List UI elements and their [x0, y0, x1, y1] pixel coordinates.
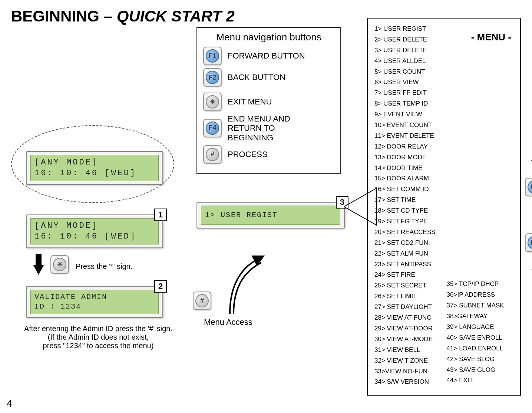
main-layout: [ANY MODE] 16: 10: 46 [WED] 1 [ANY MODE]… — [11, 40, 521, 396]
f2-scroll-icon: F2 — [528, 180, 532, 194]
menu-item: 27> SET DAYLIGHT — [374, 302, 436, 313]
menu-item: 18> SET CD TYPE — [374, 206, 436, 216]
menu-item: 24> SET FIRE — [374, 270, 436, 280]
press-star-instruction: Press the '*' sign. — [76, 262, 132, 271]
menu-item: 16> SET COMM ID — [374, 184, 436, 195]
star-key-button[interactable]: ✳ — [50, 255, 69, 274]
lcd-step2-screen: 2 VALIDATE ADMIN ID : 1234 — [26, 286, 163, 318]
menu-item: 40> SAVE ENROLL — [447, 333, 504, 343]
menu-item: 13> DOOR MODE — [374, 152, 436, 163]
menu-title: - MENU - — [471, 29, 511, 45]
menu-item: 3> USER DELETE — [374, 45, 436, 56]
f1-icon: F1 — [206, 49, 219, 63]
instruction-hash-1: After entering the Admin ID press the '#… — [22, 324, 174, 333]
f1-scroll-icon: F1 — [528, 236, 532, 249]
menu-item: 1> USER REGIST — [374, 24, 436, 34]
left-column: [ANY MODE] 16: 10: 46 [WED] 1 [ANY MODE]… — [11, 40, 185, 396]
lcd-idle-line2: 16: 10: 46 [WED] — [34, 168, 155, 179]
menu-item: 14> DOOR TIME — [374, 163, 436, 174]
menu-item: 12> DOOR RELAY — [374, 141, 436, 152]
menu-item: 44> EXIT — [447, 375, 504, 386]
title-part1: BEGINNING – — [11, 7, 117, 25]
lcd-idle-line1: [ANY MODE] — [34, 157, 155, 168]
lcd-step2-line1: VALIDATE ADMIN — [34, 292, 155, 302]
curved-arrow-icon — [215, 243, 289, 317]
menu-col1: 1> USER REGIST2> USER DELETE3> USER DELE… — [374, 24, 436, 387]
lcd-step1-screen: 1 [ANY MODE] 16: 10: 46 [WED] — [26, 214, 163, 248]
menu-item: 26> SET LIMIT — [374, 291, 436, 302]
f4-key-button[interactable]: F4 — [203, 119, 222, 137]
menu-item: 41> LOAD ENROLL — [447, 343, 504, 354]
menu-item: 34> S/W VERSION — [374, 377, 436, 387]
lcd-idle-screen: [ANY MODE] 16: 10: 46 [WED] — [26, 151, 163, 185]
instruction-hash-2: (If the Admin ID does not exist, — [22, 333, 174, 342]
menu-item: 36>IP ADDRESS — [447, 290, 504, 300]
menu-item: 33>VIEW NO-FUN — [374, 366, 436, 377]
menu-item: 17> SET TIME — [374, 195, 436, 206]
menu-item: 5> USER COUNT — [374, 67, 436, 77]
nav-box-title: Menu navigation buttons — [203, 31, 334, 43]
end-label: END MENU AND RETURN TO BEGINNING — [228, 114, 313, 142]
hash-icon: # — [195, 294, 209, 307]
hash-key-button[interactable]: # — [193, 292, 211, 310]
menu-item: 9> EVENT VIEW — [374, 109, 436, 120]
forward-label: FORWARD BUTTON — [228, 51, 305, 60]
menu-item: 10> EVENT COUNT — [374, 120, 436, 131]
menu-col2: 35> TCP/IP DHCP36>IP ADDRESS37> SUBNET M… — [447, 279, 504, 386]
menu-item: 37> SUBNET MASK — [447, 300, 504, 311]
f2-scroll-button[interactable]: F2 — [525, 178, 532, 196]
exit-label: EXIT MENU — [228, 97, 272, 106]
f2-icon: F2 — [206, 71, 219, 84]
menu-item: 32> VIEW T-ZONE — [374, 356, 436, 366]
menu-item: 19> SET FG TYPE — [374, 216, 436, 227]
menu-item: 39> LANGUAGE — [447, 322, 504, 333]
star-icon-nav: ✳ — [206, 95, 219, 109]
menu-access-label: Menu Access — [204, 317, 252, 327]
lcd-step3-line1: 1> USER REGIST — [205, 210, 336, 220]
page-number: 4 — [7, 398, 12, 409]
menu-item: 15> DOOR ALARM — [374, 173, 436, 184]
star-key-button-nav[interactable]: ✳ — [203, 93, 222, 111]
menu-item: 22> SET ALM FUN — [374, 249, 436, 259]
nav-buttons-box: Menu navigation buttons F1 FORWARD BUTTO… — [196, 27, 341, 174]
title-part2: QUICK START 2 — [117, 7, 235, 25]
f1-scroll-button[interactable]: F1 — [525, 233, 532, 252]
menu-list-box: - MENU - 1> USER REGIST2> USER DELETE3> … — [367, 18, 521, 396]
menu-item: 29> VIEW AT-DOOR — [374, 323, 436, 334]
step-badge-2: 2 — [154, 280, 167, 293]
step-badge-1: 1 — [154, 209, 167, 221]
menu-item: 35> TCP/IP DHCP — [447, 279, 504, 290]
menu-item: 28> VIEW AT-FUNC — [374, 313, 436, 323]
instruction-hash-3: press "1234" to access the menu) — [22, 342, 174, 350]
menu-item: 20> SET REACCESS — [374, 227, 436, 238]
f1-key-button[interactable]: F1 — [203, 47, 222, 65]
hash-key-button-nav[interactable]: # — [203, 145, 222, 164]
menu-item: 42> SAVE SLOG — [447, 354, 504, 365]
menu-item: 38>GATEWAY — [447, 311, 504, 322]
menu-item: 23> SET ANTIPASS — [374, 259, 436, 270]
menu-item: 6> USER VIEW — [374, 77, 436, 88]
down-arrow-icon — [33, 265, 44, 275]
menu-item: 25> SET SECRET — [374, 280, 436, 291]
menu-item: 4> USER ALLDEL — [374, 56, 436, 67]
hash-icon-nav: # — [206, 148, 219, 161]
menu-item: 2> USER DELETE — [374, 34, 436, 45]
menu-item: 30> VIEW AT-MODE — [374, 334, 436, 345]
f4-icon: F4 — [206, 121, 219, 135]
menu-item: 21> SET CD2 FUN — [374, 238, 436, 249]
menu-item: 8> USER TEMP ID — [374, 99, 436, 109]
lcd-step1-line1: [ANY MODE] — [34, 221, 155, 232]
menu-item: 11> EVENT DELETE — [374, 131, 436, 141]
back-label: BACK BUTTON — [228, 73, 285, 82]
f2-key-button[interactable]: F2 — [203, 68, 222, 87]
star-icon: ✳ — [53, 258, 66, 271]
menu-item: 31> VIEW BELL — [374, 345, 436, 356]
middle-column: Menu navigation buttons F1 FORWARD BUTTO… — [196, 40, 356, 396]
lcd-step1-line2: 16: 10: 46 [WED] — [34, 232, 155, 242]
right-column: - MENU - 1> USER REGIST2> USER DELETE3> … — [367, 40, 521, 396]
menu-item: 43> SAVE GLOG — [447, 365, 504, 376]
lcd-step2-line2: ID : 1234 — [34, 302, 155, 312]
lcd-step3-screen: 3 1> USER REGIST — [196, 202, 345, 229]
process-label: PROCESS — [228, 150, 268, 159]
admin-id-instruction: After entering the Admin ID press the '#… — [22, 324, 174, 350]
